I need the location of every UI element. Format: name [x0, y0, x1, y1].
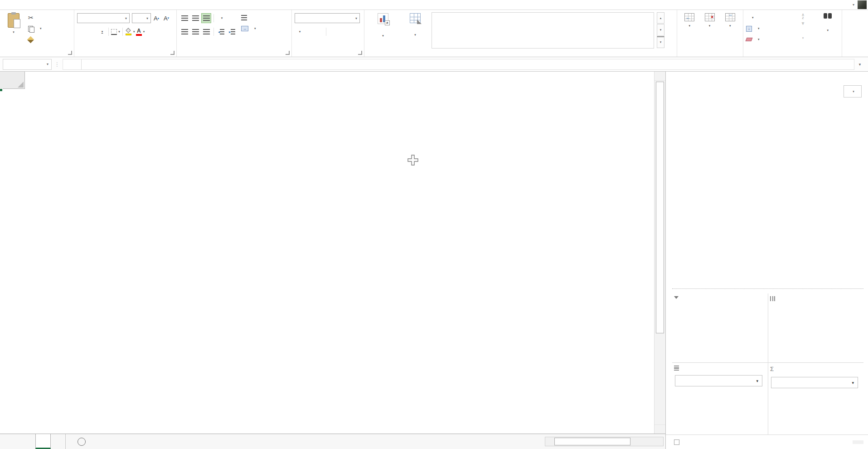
font-family-select[interactable]: ▾ — [77, 13, 130, 23]
grow-font-button[interactable]: A▴ — [152, 14, 161, 23]
gallery-more-icon[interactable]: ▾ — [657, 36, 664, 48]
horizontal-scrollbar[interactable] — [545, 437, 664, 446]
italic-button[interactable] — [87, 27, 96, 36]
paste-button[interactable]: ▾ — [3, 12, 24, 49]
update-button[interactable] — [853, 440, 863, 444]
filters-area[interactable] — [672, 293, 768, 363]
format-painter-icon — [27, 36, 34, 43]
values-area[interactable]: Σ ▾ — [768, 363, 863, 434]
insert-cells-button[interactable]: ← ▾ — [680, 12, 699, 49]
find-select-button[interactable]: ▾ — [816, 12, 839, 49]
rows-field-gender[interactable]: ▾ — [675, 375, 762, 386]
decrease-indent-button[interactable]: ◂ — [216, 27, 226, 37]
font-size-dropdown-icon[interactable]: ▾ — [146, 16, 148, 20]
account-avatar[interactable] — [858, 0, 867, 9]
horizontal-scroll-thumb[interactable] — [554, 438, 630, 445]
formula-input[interactable] — [81, 59, 854, 70]
vertical-scrollbar[interactable] — [654, 72, 665, 434]
number-dialog-launcher-icon[interactable] — [358, 51, 362, 55]
middle-align-button[interactable] — [190, 13, 200, 23]
format-as-table-button[interactable]: ▾ — [401, 12, 430, 49]
name-box[interactable]: ▾ — [3, 59, 52, 70]
accounting-format-button[interactable] — [295, 27, 304, 36]
add-sheet-button[interactable] — [78, 438, 86, 446]
defer-layout-checkbox[interactable] — [674, 439, 679, 445]
clipboard-dialog-launcher-icon[interactable] — [68, 51, 72, 55]
bottom-align-button[interactable] — [201, 13, 211, 23]
columns-area[interactable] — [768, 293, 863, 363]
underline-button[interactable] — [97, 27, 106, 36]
sheet-tab-pivot-table[interactable] — [35, 434, 51, 449]
values-icon: Σ — [770, 366, 774, 372]
values-field-count-of-employee[interactable]: ▾ — [771, 377, 858, 388]
bold-button[interactable] — [77, 27, 86, 36]
percent-style-button[interactable] — [305, 27, 314, 36]
grid[interactable]: ▾ — [0, 72, 654, 434]
sheet-tab-pivot-table-data[interactable] — [51, 434, 66, 449]
paste-icon — [8, 13, 19, 28]
font-size-select[interactable]: ▾ — [132, 13, 151, 23]
autosum-button[interactable] — [746, 12, 790, 23]
formula-bar-expand-icon[interactable]: ▾ — [854, 62, 865, 67]
scroll-up-icon[interactable] — [655, 72, 665, 81]
fill-icon: ↓ — [746, 26, 752, 32]
delete-cells-icon: × — [705, 13, 715, 21]
format-painter-button[interactable] — [28, 34, 42, 45]
fill-color-icon — [125, 28, 132, 36]
select-all-button[interactable] — [0, 72, 25, 89]
sort-filter-button[interactable]: AZ ▼ ▾ — [792, 12, 814, 49]
rows-field-dropdown-icon[interactable]: ▾ — [756, 379, 758, 383]
cut-button[interactable]: ✂ — [28, 12, 42, 23]
decrease-decimal-button[interactable] — [339, 27, 348, 36]
comma-style-button[interactable] — [315, 27, 324, 36]
rows-area[interactable]: ▾ — [672, 363, 768, 434]
scroll-down-icon[interactable] — [655, 425, 665, 434]
increase-indent-icon — [231, 29, 235, 34]
increase-indent-button[interactable]: ▸ — [227, 27, 237, 37]
format-cells-button[interactable]: ↔ ▾ — [720, 12, 740, 49]
copy-button[interactable] — [28, 23, 42, 34]
conditional-formatting-button[interactable]: ≠ ▾ — [367, 12, 399, 49]
find-select-icon — [824, 13, 832, 19]
sheet-tab-bar — [0, 434, 665, 449]
align-right-button[interactable] — [201, 27, 211, 37]
fill-color-button[interactable] — [125, 27, 135, 36]
group-styles: ≠ ▾ ▾ ▴ ▾ ▾ — [364, 10, 677, 57]
name-box-dropdown-icon[interactable]: ▾ — [47, 62, 48, 66]
paste-dropdown-icon[interactable]: ▾ — [13, 30, 15, 34]
shrink-font-button[interactable]: A▾ — [162, 14, 171, 23]
fill-button[interactable]: ↓ — [746, 23, 790, 34]
borders-button[interactable] — [111, 27, 120, 36]
font-dialog-launcher-icon[interactable] — [170, 51, 175, 55]
values-field-dropdown-icon[interactable]: ▾ — [852, 381, 854, 385]
mouse-cursor — [407, 154, 419, 166]
grid-col-headers — [0, 72, 654, 89]
alignment-dialog-launcher-icon[interactable] — [286, 51, 290, 55]
delete-cells-button[interactable]: × ▾ — [700, 12, 719, 49]
increase-decimal-button[interactable] — [329, 27, 338, 36]
wrap-text-button[interactable] — [241, 12, 256, 23]
number-format-select[interactable]: ▾ — [295, 13, 360, 23]
worksheet: ▾ — [0, 72, 665, 449]
font-color-button[interactable]: A — [136, 27, 145, 36]
orientation-button[interactable] — [216, 13, 226, 23]
vertical-scroll-thumb[interactable] — [656, 82, 664, 333]
tools-button[interactable]: ▾ — [844, 85, 862, 98]
merge-center-icon: ↔ — [241, 26, 248, 31]
wrap-text-icon — [241, 15, 247, 20]
borders-icon — [111, 29, 117, 35]
copy-icon — [28, 26, 34, 32]
merge-center-button[interactable]: ↔ — [241, 23, 256, 34]
gallery-up-icon[interactable]: ▴ — [657, 12, 664, 24]
font-family-dropdown-icon[interactable]: ▾ — [125, 16, 127, 20]
number-format-dropdown-icon[interactable]: ▾ — [355, 16, 357, 20]
gallery-down-icon[interactable]: ▾ — [657, 24, 664, 35]
align-left-button[interactable] — [179, 27, 189, 37]
align-center-icon — [192, 29, 199, 34]
top-align-button[interactable] — [179, 13, 189, 23]
group-number: ▾ — [292, 10, 364, 57]
account-area[interactable]: ▾ — [849, 0, 868, 10]
align-center-button[interactable] — [190, 27, 200, 37]
fill-handle[interactable] — [0, 88, 3, 92]
clear-button[interactable] — [746, 34, 790, 45]
